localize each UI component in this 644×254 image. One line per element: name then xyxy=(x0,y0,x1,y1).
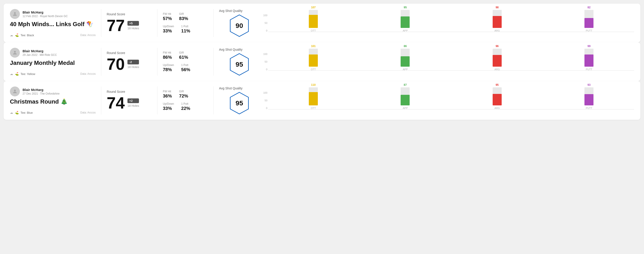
stats-row-bottom: Up/Down 33% 1 Putt 22% xyxy=(163,102,208,111)
y-min: 0 xyxy=(266,29,267,32)
bar-group: 95 ARG xyxy=(452,83,542,110)
quality-score: 95 xyxy=(236,61,243,68)
fw-hit-label: FW Hit xyxy=(163,90,172,93)
bar-container xyxy=(584,10,594,28)
tee-label: Tee: Blue xyxy=(20,111,33,114)
round-title: January Monthly Medal xyxy=(10,59,96,66)
stats-row-top: FW Hit 57% GIR 83% xyxy=(163,12,208,21)
card-quality: Avg Shot Quality 95 xyxy=(219,87,260,114)
bar-x-label: OTT xyxy=(311,107,316,110)
divider-2 xyxy=(157,9,158,37)
bar-fill xyxy=(584,94,594,105)
card-chart: 100 50 0 101 OTT 86 APP 96 xyxy=(260,48,634,76)
card-left-3: Blair McHarg 27 Dec 2021 · The Oxfordshi… xyxy=(10,87,96,114)
updown-stat: Up/Down 33% xyxy=(163,102,174,111)
user-name: Blair McHarg xyxy=(22,88,60,92)
user-info: Blair McHarg 12 Feb 2022 · Royal North D… xyxy=(10,9,96,19)
score-diff-badge: +5 xyxy=(128,21,139,26)
bar-chart: 101 OTT 86 APP 96 ARG 99 PU xyxy=(268,48,634,75)
updown-label: Up/Down xyxy=(163,25,174,28)
fw-hit-stat: FW Hit 36% xyxy=(163,90,172,99)
divider-2 xyxy=(157,87,158,114)
hexagon-wrapper: 90 xyxy=(229,14,250,37)
stats-row-top: FW Hit 36% GIR 72% xyxy=(163,90,208,99)
avg-label: Avg Shot Quality xyxy=(219,9,242,13)
avatar xyxy=(10,9,20,19)
bar-value: 82 xyxy=(588,6,590,9)
bar-x-label: PUTT xyxy=(586,29,592,32)
gir-stat: GIR 72% xyxy=(179,90,188,99)
bar-fill xyxy=(584,18,594,28)
bar-fill xyxy=(309,15,318,28)
bar-container xyxy=(400,10,410,28)
bar-container xyxy=(493,10,502,28)
bar-value: 86 xyxy=(404,45,407,48)
data-source: Data: Arccos xyxy=(80,111,96,114)
bar-container xyxy=(584,49,594,67)
divider-1 xyxy=(101,9,101,37)
updown-value: 33% xyxy=(163,28,174,33)
bar-x-label: APP xyxy=(403,29,408,32)
bar-x-label: APP xyxy=(403,107,408,110)
bar-fill xyxy=(309,54,318,67)
gir-label: GIR xyxy=(179,90,188,93)
chart-y-labels: 100 50 0 xyxy=(263,53,267,75)
card-footer: ☁ ⛳ Tee: Black Data: Arccos xyxy=(10,33,96,37)
bar-group: 86 APP xyxy=(360,45,450,71)
avatar xyxy=(10,87,20,96)
card-chart: 100 50 0 110 OTT 87 APP 95 xyxy=(260,87,634,114)
score-row: 74 +2 18 Holes xyxy=(107,95,152,111)
updown-value: 33% xyxy=(163,106,174,111)
data-source: Data: Arccos xyxy=(80,72,96,75)
y-max: 100 xyxy=(263,91,267,94)
bar-x-label: ARG xyxy=(494,107,500,110)
round-title: Christmas Round 🎄 xyxy=(10,98,96,105)
chart-y-labels: 100 50 0 xyxy=(263,91,267,114)
bar-container xyxy=(309,87,318,105)
user-date-course: 27 Dec 2021 · The Oxfordshire xyxy=(22,92,60,95)
score-diff-badge: +2 xyxy=(128,98,139,103)
score-number: 70 xyxy=(107,56,125,72)
divider-1 xyxy=(101,48,101,76)
bar-group: 110 OTT xyxy=(268,83,358,110)
card-chart: 100 50 0 107 OTT 95 APP 98 xyxy=(260,9,634,37)
bar-value: 98 xyxy=(496,6,498,9)
card-stats: FW Hit 36% GIR 72% Up/Down 33% 1 Putt 22… xyxy=(163,87,208,114)
score-badge-holes: +5 18 Holes xyxy=(128,21,139,30)
bar-value: 95 xyxy=(404,6,407,9)
hexagon: 95 xyxy=(229,92,250,114)
user-name: Blair McHarg xyxy=(22,49,57,53)
one-putt-value: 56% xyxy=(181,67,190,72)
one-putt-value: 11% xyxy=(181,28,190,33)
bar-group: 99 PUTT xyxy=(544,45,634,71)
gir-stat: GIR 83% xyxy=(179,12,188,21)
data-source: Data: Arccos xyxy=(80,33,96,37)
holes-text: 18 Holes xyxy=(128,104,139,107)
bar-group: 82 PUTT xyxy=(544,6,634,32)
score-badge-holes: +2 18 Holes xyxy=(128,98,139,107)
gir-stat: GIR 61% xyxy=(179,51,188,60)
tee-label: Tee: Yellow xyxy=(20,72,35,76)
bar-value: 110 xyxy=(311,83,316,87)
bar-container xyxy=(493,49,502,67)
bar-group: 107 OTT xyxy=(268,6,358,32)
card-quality: Avg Shot Quality 95 xyxy=(219,48,260,76)
bar-x-label: OTT xyxy=(311,29,316,32)
bar-x-label: APP xyxy=(403,68,408,71)
round-score-label: Round Score xyxy=(107,90,152,94)
divider-2 xyxy=(157,48,158,76)
updown-label: Up/Down xyxy=(163,64,174,67)
bar-group: 98 ARG xyxy=(452,6,542,32)
bar-fill xyxy=(400,95,410,105)
gir-value: 61% xyxy=(179,55,188,60)
one-putt-label: 1 Putt xyxy=(181,25,190,28)
one-putt-stat: 1 Putt 22% xyxy=(181,102,190,111)
user-info: Blair McHarg 29 Jan 2022 · Mill Ride GCC xyxy=(10,48,96,58)
card-left-1: Blair McHarg 12 Feb 2022 · Royal North D… xyxy=(10,9,96,37)
score-diff-badge: -2 xyxy=(128,60,139,64)
chart-y-labels: 100 50 0 xyxy=(263,14,267,36)
one-putt-stat: 1 Putt 11% xyxy=(181,25,190,33)
round-title: 40 Mph Winds... Links Golf 🪁 xyxy=(10,21,96,28)
score-row: 77 +5 18 Holes xyxy=(107,17,152,33)
card-score: Round Score 70 -2 18 Holes xyxy=(107,48,152,76)
